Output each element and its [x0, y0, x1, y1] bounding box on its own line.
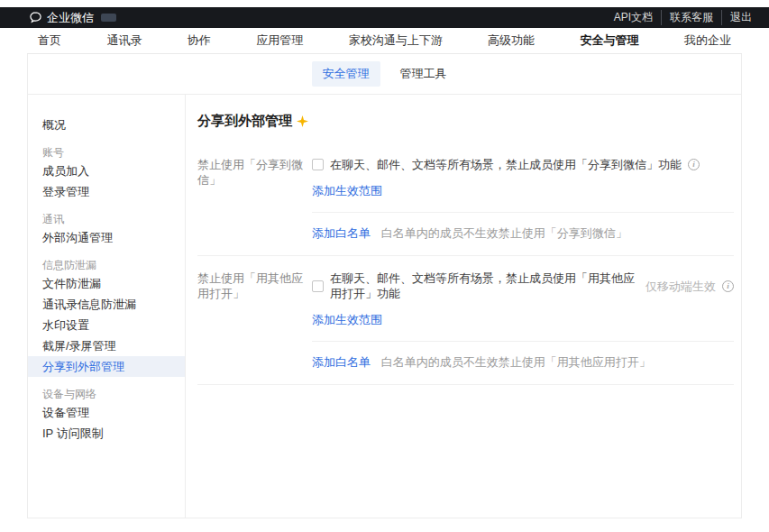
nav-item-school-upstream[interactable]: 家校沟通与上下游 [349, 32, 443, 49]
toplink-api-docs[interactable]: API文档 [606, 10, 661, 25]
sidebar-item-login-management[interactable]: 登录管理 [28, 181, 185, 202]
checkbox-label: 在聊天、邮件、文档等所有场景，禁止成员使用「用其他应用打开」功能 [330, 271, 639, 301]
topbar-links: API文档 联系客服 退出 [606, 10, 760, 25]
info-icon[interactable]: i [688, 159, 700, 170]
wecom-logo-text: 企业微信 [47, 10, 94, 26]
setting-share-to-wechat: 禁止使用「分享到微信」 在聊天、邮件、文档等所有场景，禁止成员使用「分享到微信」… [197, 157, 734, 241]
main-card: 安全管理 管理工具 概况 账号 成员加入 登录管理 通讯 外部沟通管理 信息防泄… [27, 54, 742, 518]
setting-label: 禁止使用「分享到微信」 [197, 157, 312, 241]
subtab-bar: 安全管理 管理工具 [28, 54, 741, 95]
mobile-only-note: 仅移动端生效 [645, 279, 716, 294]
logo-badge [101, 14, 116, 22]
checkbox-label: 在聊天、邮件、文档等所有场景，禁止成员使用「分享到微信」功能 [330, 157, 682, 172]
add-whitelist-link[interactable]: 添加白名单 [312, 226, 371, 240]
share-to-wechat-checkbox[interactable] [312, 159, 324, 170]
add-whitelist-link[interactable]: 添加白名单 [312, 355, 371, 369]
sidebar-header-info-leak-prevention: 信息防泄漏 [28, 257, 185, 273]
info-icon[interactable]: i [722, 280, 734, 292]
setting-open-with-other-apps: 禁止使用「用其他应用打开」 在聊天、邮件、文档等所有场景，禁止成员使用「用其他应… [197, 271, 734, 370]
toplink-support[interactable]: 联系客服 [661, 10, 721, 25]
topbar: 企业微信 API文档 联系客服 退出 [0, 7, 769, 28]
page-title: 分享到外部管理 [197, 113, 734, 130]
whitelist-description: 白名单内的成员不生效禁止使用「用其他应用打开」 [381, 355, 651, 369]
main-nav: 首页 通讯录 协作 应用管理 家校沟通与上下游 高级功能 安全与管理 我的企业 [27, 28, 742, 54]
sidebar-item-device-management[interactable]: 设备管理 [28, 402, 185, 423]
open-with-other-apps-checkbox[interactable] [312, 280, 324, 292]
sidebar-item-overview[interactable]: 概况 [28, 115, 185, 135]
toplink-logout[interactable]: 退出 [721, 10, 760, 25]
nav-item-home[interactable]: 首页 [38, 32, 61, 49]
sidebar-item-watermark[interactable]: 水印设置 [28, 315, 185, 335]
whitelist-row: 添加白名单 白名单内的成员不生效禁止使用「用其他应用打开」 [312, 354, 734, 370]
whitelist-row: 添加白名单 白名单内的成员不生效禁止使用「分享到微信」 [312, 225, 734, 241]
add-scope-link[interactable]: 添加生效范围 [312, 183, 382, 199]
wecom-logo-icon [29, 11, 42, 24]
page-title-text: 分享到外部管理 [197, 113, 292, 130]
sidebar-item-member-join[interactable]: 成员加入 [28, 161, 185, 181]
setting-label: 禁止使用「用其他应用打开」 [197, 271, 312, 370]
nav-item-collaboration[interactable]: 协作 [188, 32, 211, 49]
whitelist-description: 白名单内的成员不生效禁止使用「分享到微信」 [381, 226, 627, 240]
divider [312, 212, 734, 213]
nav-item-security-management[interactable]: 安全与管理 [581, 32, 639, 49]
sidebar-item-screenshot-management[interactable]: 截屏/录屏管理 [28, 335, 185, 356]
nav-item-app-management[interactable]: 应用管理 [256, 32, 303, 49]
content-panel: 分享到外部管理 禁止使用「分享到微信」 在聊天、邮件、文档等所有场景，禁止成员使… [186, 95, 741, 518]
sidebar-header-communication: 通讯 [28, 211, 185, 227]
sidebar-item-ip-restriction[interactable]: IP 访问限制 [28, 423, 185, 444]
wecom-logo[interactable]: 企业微信 [29, 10, 116, 26]
checkbox-row: 在聊天、邮件、文档等所有场景，禁止成员使用「分享到微信」功能 i [312, 157, 734, 172]
sidebar-item-file-leak-prevention[interactable]: 文件防泄漏 [28, 273, 185, 294]
settings-sidebar: 概况 账号 成员加入 登录管理 通讯 外部沟通管理 信息防泄漏 文件防泄漏 通讯… [28, 95, 186, 518]
divider [197, 384, 734, 385]
spark-icon [297, 115, 308, 127]
nav-item-advanced-features[interactable]: 高级功能 [488, 32, 535, 49]
sidebar-item-external-share-management[interactable]: 分享到外部管理 [28, 356, 185, 377]
tab-security-management[interactable]: 安全管理 [312, 61, 380, 87]
tab-admin-tools[interactable]: 管理工具 [389, 61, 458, 87]
nav-item-my-company[interactable]: 我的企业 [684, 32, 731, 49]
sidebar-item-contacts-leak-prevention[interactable]: 通讯录信息防泄漏 [28, 294, 185, 315]
sidebar-header-device-network: 设备与网络 [28, 386, 185, 402]
sidebar-header-account: 账号 [28, 144, 185, 161]
add-scope-link[interactable]: 添加生效范围 [312, 312, 382, 328]
divider [312, 341, 734, 342]
nav-item-contacts[interactable]: 通讯录 [106, 32, 142, 49]
divider [197, 255, 734, 256]
checkbox-row: 在聊天、邮件、文档等所有场景，禁止成员使用「用其他应用打开」功能 仅移动端生效 … [312, 271, 734, 301]
sidebar-item-external-communication[interactable]: 外部沟通管理 [28, 227, 185, 248]
